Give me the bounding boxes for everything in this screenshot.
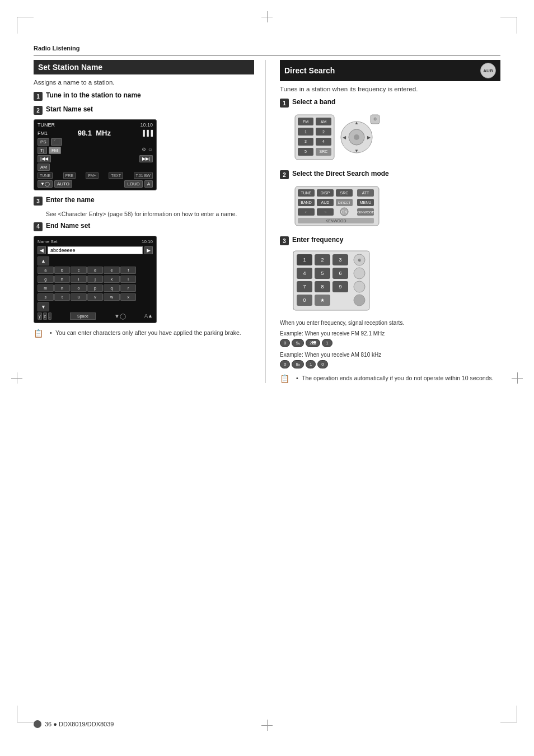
- svg-text:▲: ▲: [354, 120, 359, 125]
- corner-mark-br: [500, 706, 517, 722]
- center-mark-left: [11, 372, 22, 384]
- key-h: h: [54, 276, 71, 283]
- tuner-fm-btn: FM: [49, 147, 61, 154]
- key-b: b: [54, 267, 71, 274]
- ds-step-2: 2 Select the Direct Search mode: [280, 170, 500, 179]
- svg-text:AM: AM: [321, 120, 327, 124]
- tuner-prev-btn: |◀◀: [38, 155, 51, 162]
- example-fm-label: Example: When you receive FM 92.1 MHz: [280, 329, 500, 338]
- ds-step-1-label: Select a band: [292, 98, 335, 106]
- tuner-t-btn: T|: [38, 147, 47, 154]
- key-w: w: [104, 293, 120, 301]
- svg-text:1: 1: [305, 130, 307, 134]
- svg-text:1: 1: [303, 257, 306, 263]
- svg-text:6: 6: [339, 270, 341, 276]
- am-key-0: 0: [280, 360, 290, 368]
- tuner-loud-btn: LOUD: [124, 180, 142, 188]
- tuner-icons: ⚙ ☺: [142, 147, 153, 154]
- key-spacer3: [137, 284, 153, 292]
- svg-text:2: 2: [321, 257, 324, 263]
- tuner-text-btn: TEXT: [109, 172, 123, 179]
- tuner-t01bw-btn: T.01 BW: [134, 172, 153, 179]
- svg-text:3: 3: [339, 257, 341, 263]
- svg-point-61: [354, 268, 365, 279]
- key-spacer4: [137, 293, 153, 301]
- key-q: q: [104, 284, 120, 292]
- am-key-0b: 0: [317, 360, 327, 368]
- tuner-label: TUNER: [38, 122, 55, 128]
- center-mark-top: [261, 11, 273, 22]
- band-remote-svg: FM AM 1 2 3 4 5 SRC ▲ ▼ ◀ ▶: [292, 112, 382, 162]
- svg-text:KENWOOD: KENWOOD: [326, 219, 346, 223]
- tuner-am-btn: AM: [38, 164, 50, 171]
- example-fm-keys: 0 9₀ 2₞ 1: [280, 339, 500, 347]
- corner-mark-bl: [17, 706, 34, 722]
- svg-text:▶: ▶: [367, 135, 371, 140]
- tuner-vol-down: ▼◯: [38, 180, 53, 188]
- page-footer: 36 ● DDX8019/DDX8039: [34, 720, 500, 728]
- svg-text:→: →: [324, 210, 327, 214]
- section-header: Radio Listening: [34, 45, 500, 52]
- set-station-name-label: Set Station Name: [38, 63, 102, 72]
- step-4: 4 End Name set: [34, 222, 254, 231]
- key-o: o: [71, 284, 87, 292]
- direct-search-remote-svg: TUNE DISP SRC ATT BAND AUD DIRECT MENU ←…: [292, 184, 382, 228]
- step-4-num: 4: [34, 222, 43, 231]
- set-station-name-column: Set Station Name Assigns a name to a sta…: [34, 60, 266, 383]
- svg-text:9: 9: [339, 284, 341, 290]
- svg-text:OK: OK: [341, 209, 348, 214]
- nameset-input-box: abcdeeeee: [48, 246, 143, 254]
- keyboard-row-4: s t u v w x: [38, 293, 153, 301]
- svg-text:0: 0: [303, 297, 306, 303]
- step-1: 1 Tune in to the station to name: [34, 91, 254, 101]
- direct-search-subtitle: Tunes in a station when its frequency is…: [280, 86, 500, 92]
- tuner-frequency: 98.1 MHz: [78, 129, 111, 137]
- tuner-band-row: PS ⬛: [38, 138, 153, 146]
- svg-text:SRC: SRC: [320, 150, 328, 153]
- keyboard-row-2: g h i j k l: [38, 276, 153, 283]
- ds-step-1-num: 1: [280, 99, 289, 108]
- page-content: Radio Listening Set Station Name Assigns…: [34, 45, 500, 711]
- svg-text:◀: ◀: [343, 135, 346, 140]
- tuner-screen: TUNER 10:10 FM1 98.1 MHz ▐▐▐ PS ⬛ T|: [34, 119, 157, 190]
- nameset-bottom-row: y z . Space ▼◯ A▲: [38, 312, 153, 320]
- tuner-am-row: AM: [38, 164, 153, 171]
- svg-text:←: ←: [305, 210, 308, 214]
- key-j: j: [87, 276, 104, 283]
- svg-text:5: 5: [305, 150, 307, 153]
- tuner-top-row: TUNER 10:10: [38, 122, 153, 128]
- ds-step-1: 1 Select a band: [280, 98, 500, 108]
- svg-text:2: 2: [322, 130, 325, 134]
- tuner-band-select-row: T| FM ⚙ ☺: [38, 147, 153, 154]
- nameset-header: Name Set 10:10: [38, 239, 153, 244]
- example-am-label: Example: When you receive AM 810 kHz: [280, 351, 500, 359]
- key-v: v: [87, 293, 104, 301]
- corner-mark-tl: [17, 17, 34, 34]
- space-button: Space: [70, 312, 96, 320]
- note-icon-left: 📋: [34, 329, 43, 338]
- svg-text:AUD: AUD: [321, 200, 330, 204]
- set-station-note: 📋 You can enter characters only after yo…: [34, 329, 254, 338]
- tuner-ps-btn: PS: [38, 138, 49, 146]
- nameset-title: Name Set: [38, 239, 58, 244]
- step-2-num: 2: [34, 106, 43, 115]
- svg-text:5: 5: [321, 270, 324, 276]
- keyboard-row-3: m n o p q r: [38, 284, 153, 292]
- key-r: r: [120, 284, 137, 292]
- note-bullet-right-1: The operation ends automatically if you …: [296, 374, 494, 383]
- key-i: i: [71, 276, 87, 283]
- example-am-keys: 0 8₀ 1 0: [280, 360, 500, 368]
- svg-point-68: [354, 295, 365, 306]
- key-n: n: [54, 284, 71, 292]
- svg-text:KENWOOD: KENWOOD: [357, 211, 374, 214]
- svg-text:4: 4: [322, 139, 325, 143]
- aub-icon: AUB: [480, 63, 496, 78]
- corner-mark-tr: [500, 17, 517, 34]
- nameset-arrow-left: ◀: [38, 246, 46, 254]
- am-key-1: 1: [306, 360, 316, 368]
- nameset-vol-icon: ▼◯: [114, 313, 126, 319]
- fm-key-9: 9₀: [292, 339, 303, 347]
- ds-step-3-label: Enter frequency: [292, 236, 343, 244]
- step-3-num: 3: [34, 197, 43, 206]
- svg-text:★: ★: [320, 297, 325, 303]
